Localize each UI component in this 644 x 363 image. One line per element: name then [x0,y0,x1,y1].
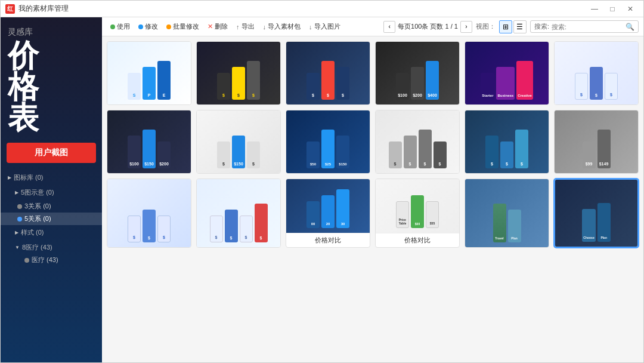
mini-col-16-1: PriceTable [396,201,409,228]
card-4[interactable]: $100 $200 $400 价格对比 [375,41,460,105]
edit-button[interactable]: 修改 [135,20,162,33]
mini-pricing-7: $100 $150 $200 [107,110,191,173]
mini-col-5-2: Business [496,67,515,100]
search-submit-button[interactable]: 🔍 [626,23,634,31]
sidebar: 灵感库 价格表 用户截图 ▶ 图标库 (0) ▶ 5图示意 (0) [1,17,102,362]
search-input[interactable] [552,23,623,30]
use-button[interactable]: 使用 [107,20,134,33]
sidebar-item-style[interactable]: ▶ 样式 (0) [5,226,97,239]
use-label: 使用 [117,22,130,31]
import-img-button[interactable]: ↓ 导入图片 [305,20,344,33]
card-12[interactable]: $99 $149 价格对比 [554,110,639,174]
sidebar-item-icons[interactable]: ▶ 图标库 (0) [5,171,97,184]
sidebar-label-5relation: 5关系 (0) [24,214,51,223]
card-8[interactable]: $ $150 $ 价格对比 [196,110,281,174]
mini-pricing-16: PriceTable $00 $55 [376,179,459,233]
mini-pricing-2: $ $ $ [197,42,280,104]
card-label-12: 价格对比 [555,173,638,174]
mini-col-7-2: $150 [143,130,156,168]
mini-pricing-8: $ $150 $ [197,110,280,173]
card-14[interactable]: $ $ $ $ 价格对比 [196,179,281,248]
sidebar-item-medical[interactable]: ▼ 8医疗 (43) [5,241,97,254]
card-1[interactable]: S P E 价格对比 [107,41,191,105]
mini-col-17-1: Travel [493,204,506,242]
expand-icon-2: ▶ [15,190,18,195]
mini-col-6-1: $ [575,73,588,100]
card-preview-7: $100 $150 $200 [107,110,191,173]
card-11[interactable]: $ $ $ 价格对比 [465,110,549,174]
card-label-14: 价格对比 [197,247,280,248]
card-15[interactable]: 00 20 30 价格对比 [286,179,370,248]
card-2[interactable]: $ $ $ 价格对比 [196,41,281,105]
batch-edit-button[interactable]: 批量修改 [163,20,203,33]
mini-col-10-1: $ [389,141,402,168]
card-preview-9: $50 $25 $150 [286,110,370,173]
card-18[interactable]: Choose Plan 价格对比 [554,179,639,248]
mini-col-3-2: $ [321,61,335,100]
expand-icon: ▶ [8,175,11,180]
window-title: 我的素材库管理 [18,4,586,14]
edit-label: 修改 [145,22,158,31]
card-13[interactable]: $ $ $ 价格对比 [107,179,191,248]
use-dot [110,24,115,29]
mini-col-12-2: $149 [597,130,611,168]
card-label-15: 价格对比 [286,233,370,247]
card-preview-1: S P E [107,42,191,104]
mini-col-10-3: $ [419,130,432,168]
mini-pricing-10: $ $ $ $ [376,110,459,173]
mini-col-13-3: $ [157,216,171,242]
export-button[interactable]: ↑ 导出 [233,20,258,33]
close-button[interactable]: ✕ [622,3,639,15]
mini-col-2-1: $ [217,73,230,100]
sidebar-label-medical-sub: 医疗 (43) [32,256,58,264]
mini-pricing-14: $ $ $ $ [197,179,280,247]
sidebar-item-5diagram[interactable]: ▶ 5图示意 (0) [5,186,97,199]
card-5[interactable]: Starter Business Creative 价格对比 [465,41,549,105]
card-9[interactable]: $50 $25 $150 价格对比 [286,110,370,174]
mini-col-8-3: $ [247,141,260,168]
app-icon-text: 红 [7,5,13,13]
mini-col-2: P [143,67,156,100]
minimize-button[interactable]: — [586,3,603,15]
mini-pricing-18: Choose Plan [555,180,637,247]
screenshot-button[interactable]: 用户截图 [7,143,96,163]
sidebar-item-3relation[interactable]: 3关系 (0) [1,200,102,213]
mini-col-3-3: $ [336,67,349,100]
mini-col-11-3: $ [515,130,528,168]
mini-col-7-3: $200 [157,141,171,168]
sidebar-tree: ▶ 图标库 (0) ▶ 5图示意 (0) 3关系 (0) 5关系 (0 [1,168,102,362]
card-7[interactable]: $100 $150 $200 价格对比 [107,110,191,174]
card-10[interactable]: $ $ $ $ 价格对比 [375,110,460,174]
mini-pricing-17: Travel Plan [465,179,549,247]
card-preview-13: $ $ $ [107,179,191,247]
card-16[interactable]: PriceTable $00 $55 价格对比 [375,179,460,248]
expand-icon-4: ▼ [15,245,20,250]
grid-view-button[interactable]: ⊞ [499,20,512,33]
sidebar-item-medical-child[interactable]: 医疗 (43) [5,254,97,266]
card-preview-12: $99 $149 [555,110,638,173]
mini-col-8-1: $ [217,141,230,168]
mini-col-14-3: $ [240,216,253,242]
import-pkg-button[interactable]: ↓ 导入素材包 [259,20,305,33]
page-prev-button[interactable]: ‹ [383,21,395,33]
sidebar-item-5relation[interactable]: 5关系 (0) [1,213,102,225]
sidebar-group-medical: ▼ 8医疗 (43) 医疗 (43) [1,240,102,267]
card-17[interactable]: Travel Plan 价格对比 [465,179,549,248]
maximize-button[interactable]: □ [604,3,621,15]
card-label-4: 价格对比 [376,104,459,105]
page-info: 每页100条 页数 1 / 1 [398,22,458,31]
mini-col-2-2: $ [232,67,245,100]
list-view-button[interactable]: ☰ [513,20,527,33]
mini-col-14-4: $ [255,204,268,242]
mini-pricing-15: 00 20 30 [286,179,370,233]
mini-col-2-3: $ [247,61,260,100]
page-next-button[interactable]: › [460,21,472,33]
card-3[interactable]: $ $ $ 价格对比 [286,41,370,105]
mini-pricing-13: $ $ $ [107,179,191,247]
card-6[interactable]: $ $ $ 价格对比 [554,41,639,105]
mini-col-17-2: Plan [508,210,521,242]
sidebar-label-3relation: 3关系 (0) [24,202,51,211]
batch-label: 批量修改 [173,22,199,31]
sidebar-title: 价格表 [8,40,95,133]
delete-button[interactable]: ✕ 删除 [204,20,231,33]
